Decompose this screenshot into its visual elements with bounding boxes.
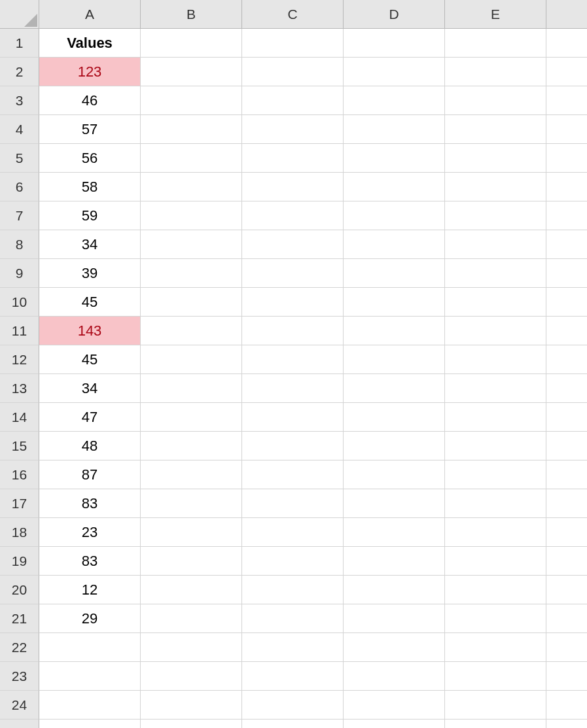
cell-B4[interactable]: [141, 115, 242, 144]
column-header-F[interactable]: F: [546, 0, 587, 29]
row-header-15[interactable]: 15: [0, 432, 39, 460]
cell-E22[interactable]: [445, 633, 546, 662]
cell-C12[interactable]: [242, 345, 344, 374]
cell-A14[interactable]: 47: [39, 403, 141, 432]
row-header-1[interactable]: 1: [0, 29, 39, 58]
cell-C4[interactable]: [242, 115, 344, 144]
cell-F18[interactable]: [546, 518, 587, 547]
cell-B16[interactable]: [141, 460, 242, 489]
cell-D20[interactable]: [344, 576, 445, 604]
cell-B13[interactable]: [141, 374, 242, 403]
cell-F6[interactable]: [546, 173, 587, 201]
cell-D4[interactable]: [344, 115, 445, 144]
cell-F15[interactable]: [546, 432, 587, 460]
cell-D18[interactable]: [344, 518, 445, 547]
cell-E10[interactable]: [445, 288, 546, 317]
cell-D24[interactable]: [344, 691, 445, 719]
cell-B21[interactable]: [141, 604, 242, 633]
cell-F22[interactable]: [546, 633, 587, 662]
cell-F24[interactable]: [546, 691, 587, 719]
cell-A9[interactable]: 39: [39, 259, 141, 288]
cell-C25[interactable]: [242, 719, 344, 728]
cell-C15[interactable]: [242, 432, 344, 460]
cell-C2[interactable]: [242, 58, 344, 86]
row-header-18[interactable]: 18: [0, 518, 39, 547]
cell-F19[interactable]: [546, 547, 587, 576]
cell-B11[interactable]: [141, 317, 242, 345]
cell-C1[interactable]: [242, 29, 344, 58]
cell-A11[interactable]: 143: [39, 317, 141, 345]
cell-E24[interactable]: [445, 691, 546, 719]
cell-A7[interactable]: 59: [39, 201, 141, 230]
cell-A12[interactable]: 45: [39, 345, 141, 374]
cell-B10[interactable]: [141, 288, 242, 317]
row-header-9[interactable]: 9: [0, 259, 39, 288]
cell-D17[interactable]: [344, 489, 445, 518]
cell-D8[interactable]: [344, 230, 445, 259]
cell-F2[interactable]: [546, 58, 587, 86]
column-header-C[interactable]: C: [242, 0, 344, 29]
row-header-10[interactable]: 10: [0, 288, 39, 317]
cell-D25[interactable]: [344, 719, 445, 728]
cell-C21[interactable]: [242, 604, 344, 633]
cell-E20[interactable]: [445, 576, 546, 604]
cell-C13[interactable]: [242, 374, 344, 403]
cell-A17[interactable]: 83: [39, 489, 141, 518]
cell-B15[interactable]: [141, 432, 242, 460]
cell-D22[interactable]: [344, 633, 445, 662]
cell-A3[interactable]: 46: [39, 86, 141, 115]
cell-F9[interactable]: [546, 259, 587, 288]
cell-D10[interactable]: [344, 288, 445, 317]
cell-B14[interactable]: [141, 403, 242, 432]
cell-A21[interactable]: 29: [39, 604, 141, 633]
row-header-20[interactable]: 20: [0, 576, 39, 604]
cell-E3[interactable]: [445, 86, 546, 115]
row-header-11[interactable]: 11: [0, 317, 39, 345]
cell-B17[interactable]: [141, 489, 242, 518]
cell-C19[interactable]: [242, 547, 344, 576]
cell-B19[interactable]: [141, 547, 242, 576]
cell-E2[interactable]: [445, 58, 546, 86]
cell-B9[interactable]: [141, 259, 242, 288]
cell-E6[interactable]: [445, 173, 546, 201]
row-header-8[interactable]: 8: [0, 230, 39, 259]
row-header-3[interactable]: 3: [0, 86, 39, 115]
cell-F8[interactable]: [546, 230, 587, 259]
cell-B2[interactable]: [141, 58, 242, 86]
row-header-14[interactable]: 14: [0, 403, 39, 432]
cell-C17[interactable]: [242, 489, 344, 518]
cell-D21[interactable]: [344, 604, 445, 633]
cell-C8[interactable]: [242, 230, 344, 259]
cell-E12[interactable]: [445, 345, 546, 374]
cell-D2[interactable]: [344, 58, 445, 86]
cell-F10[interactable]: [546, 288, 587, 317]
cell-D7[interactable]: [344, 201, 445, 230]
row-header-21[interactable]: 21: [0, 604, 39, 633]
cell-D5[interactable]: [344, 144, 445, 173]
cell-A8[interactable]: 34: [39, 230, 141, 259]
cell-C14[interactable]: [242, 403, 344, 432]
cell-E13[interactable]: [445, 374, 546, 403]
row-header-22[interactable]: 22: [0, 633, 39, 662]
cell-F25[interactable]: [546, 719, 587, 728]
cell-F13[interactable]: [546, 374, 587, 403]
cell-A15[interactable]: 48: [39, 432, 141, 460]
row-header-24[interactable]: 24: [0, 691, 39, 719]
cell-F14[interactable]: [546, 403, 587, 432]
cell-E14[interactable]: [445, 403, 546, 432]
cell-B5[interactable]: [141, 144, 242, 173]
cell-C23[interactable]: [242, 662, 344, 691]
column-header-B[interactable]: B: [141, 0, 242, 29]
row-header-17[interactable]: 17: [0, 489, 39, 518]
spreadsheet-grid[interactable]: ABCDEF1Values212334645755665875983493910…: [0, 0, 587, 728]
row-header-6[interactable]: 6: [0, 173, 39, 201]
cell-B25[interactable]: [141, 719, 242, 728]
cell-D3[interactable]: [344, 86, 445, 115]
cell-B6[interactable]: [141, 173, 242, 201]
cell-C11[interactable]: [242, 317, 344, 345]
cell-E1[interactable]: [445, 29, 546, 58]
cell-E17[interactable]: [445, 489, 546, 518]
cell-E23[interactable]: [445, 662, 546, 691]
row-header-25[interactable]: 25: [0, 719, 39, 728]
cell-A4[interactable]: 57: [39, 115, 141, 144]
